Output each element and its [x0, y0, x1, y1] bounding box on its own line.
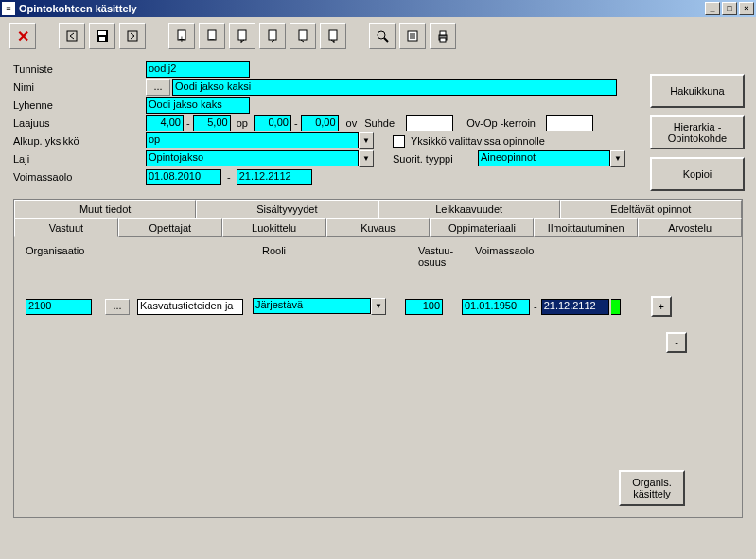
osuus-input[interactable]: 100	[405, 299, 443, 315]
org-name-input[interactable]: Kasvatustieteiden ja	[137, 299, 243, 315]
org-row: 2100 ... Kasvatustieteiden ja Järjestävä…	[26, 296, 730, 317]
tab-sisaltyvyydet[interactable]: Sisältyvyydet	[196, 200, 378, 218]
toolbar: ✕ + −	[0, 17, 756, 55]
svg-rect-9	[238, 30, 246, 40]
search-button[interactable]	[369, 23, 396, 49]
tab-muut-tiedot[interactable]: Muut tiedot	[14, 200, 196, 218]
svg-rect-2	[98, 31, 106, 35]
doc-last-button[interactable]	[320, 23, 346, 49]
kopioi-button[interactable]: Kopioi	[650, 157, 745, 191]
status-indicator	[611, 299, 621, 315]
suorit-label: Suorit. tyyppi	[393, 153, 478, 165]
close-window-button[interactable]: ×	[739, 2, 754, 15]
nimi-input[interactable]: Oodi jakso kaksi	[172, 79, 617, 96]
tab-arvostelu[interactable]: Arvostelu	[638, 218, 742, 237]
doc-minus-button[interactable]: −	[199, 23, 225, 49]
svg-rect-20	[440, 31, 446, 35]
tab-kuvaus[interactable]: Kuvaus	[326, 218, 431, 237]
laajuus-min-input[interactable]: 4,00	[146, 115, 184, 131]
doc-plus-button[interactable]: +	[168, 23, 195, 49]
laajuus-max-input[interactable]: 5,00	[193, 115, 231, 131]
row-from-input[interactable]: 01.01.1950	[462, 299, 530, 315]
tab-vastuut[interactable]: Vastuut	[14, 218, 118, 237]
laji-label: Laji	[13, 153, 146, 165]
rooli-select[interactable]: Järjestävä	[253, 298, 371, 314]
tab-container: Muut tiedot Sisältyvyydet Leikkaavuudet …	[13, 199, 743, 518]
tunniste-input[interactable]: oodij2	[146, 61, 250, 78]
tab-opettajat[interactable]: Opettajat	[118, 218, 222, 237]
yksikko-checkbox[interactable]	[393, 135, 405, 148]
row-to-input[interactable]: 21.12.2112	[541, 299, 609, 315]
svg-rect-3	[99, 37, 105, 41]
doc-next-button[interactable]	[290, 23, 316, 49]
org-code-input[interactable]: 2100	[26, 299, 92, 315]
col-vastuu: Vastuu-osuus	[418, 245, 475, 268]
nimi-browse-button[interactable]: ...	[146, 79, 170, 96]
laajuus-v1-input[interactable]: 0,00	[254, 115, 291, 131]
tab-luokittelu[interactable]: Luokittelu	[222, 218, 326, 237]
tab-leikkaavuudet[interactable]: Leikkaavuudet	[378, 200, 560, 218]
ovop-input[interactable]	[546, 115, 593, 131]
list-button[interactable]	[399, 23, 426, 49]
chevron-down-icon[interactable]: ▼	[610, 150, 625, 167]
add-row-button[interactable]: +	[651, 296, 672, 317]
nav-prev-button[interactable]	[59, 23, 85, 49]
organis-kasittely-button[interactable]: Organis. käsittely	[619, 470, 685, 506]
cancel-button[interactable]: ✕	[9, 23, 36, 49]
title-bar: ≡ Opintokohteen käsittely _ □ ×	[0, 0, 756, 17]
chevron-down-icon[interactable]: ▼	[359, 150, 374, 167]
svg-rect-10	[269, 30, 276, 40]
nav-next-button[interactable]	[119, 23, 146, 49]
laajuus-v2-input[interactable]: 0,00	[301, 115, 339, 131]
voimassa-label: Voimassaolo	[13, 171, 146, 183]
org-browse-button[interactable]: ...	[105, 299, 130, 315]
svg-rect-11	[299, 30, 307, 40]
lyhenne-label: Lyhenne	[13, 99, 146, 111]
laajuus-unit-label: op	[231, 117, 254, 129]
svg-rect-21	[440, 38, 446, 42]
print-button[interactable]	[430, 23, 456, 49]
svg-rect-12	[329, 30, 337, 40]
save-button[interactable]	[89, 23, 115, 49]
col-rooli: Rooli	[262, 245, 418, 268]
yksikko-checkbox-label: Yksikkö valittavissa opinnolle	[411, 135, 545, 147]
col-organisaatio: Organisaatio	[26, 245, 262, 268]
maximize-button[interactable]: □	[722, 2, 737, 15]
svg-text:+: +	[179, 33, 185, 43]
remove-row-button[interactable]: -	[666, 332, 687, 353]
app-icon: ≡	[2, 2, 15, 15]
tab-ilmoittautuminen[interactable]: Ilmoittautuminen	[534, 218, 638, 237]
hakuikkuna-button[interactable]: Hakuikkuna	[650, 74, 745, 108]
suhde-label: Suhde	[364, 117, 406, 129]
window-title: Opintokohteen käsittely	[19, 3, 705, 14]
svg-text:−: −	[209, 33, 215, 43]
svg-rect-4	[128, 31, 137, 41]
chevron-down-icon[interactable]: ▼	[359, 132, 374, 149]
svg-point-13	[378, 31, 385, 39]
tunniste-label: Tunniste	[13, 63, 146, 75]
laajuus-label: Laajuus	[13, 117, 146, 129]
voimassa-from-input[interactable]: 01.08.2010	[146, 169, 221, 185]
laji-select[interactable]: Opintojakso	[146, 150, 359, 166]
svg-rect-0	[67, 31, 77, 41]
col-voimassaolo: Voimassaolo	[475, 245, 534, 268]
doc-prev-button[interactable]	[259, 23, 286, 49]
doc-first-button[interactable]	[229, 23, 255, 49]
hierarkia-button[interactable]: Hierarkia - Opintokohde	[650, 115, 745, 149]
ovop-label: Ov-Op -kerroin	[453, 117, 546, 129]
suorit-select[interactable]: Aineopinnot	[478, 150, 610, 166]
lyhenne-input[interactable]: Oodi jakso kaks	[146, 97, 250, 114]
alkup-label: Alkup. yksikkö	[13, 135, 146, 147]
nimi-label: Nimi	[13, 81, 146, 93]
svg-line-14	[384, 38, 388, 42]
voimassa-to-input[interactable]: 21.12.2112	[237, 169, 312, 185]
tab-edeltavat[interactable]: Edeltävät opinnot	[560, 200, 742, 218]
alkup-select[interactable]: op	[146, 132, 359, 148]
suhde-input[interactable]	[406, 115, 453, 131]
laajuus-unit2-label: ov	[339, 117, 365, 129]
minimize-button[interactable]: _	[705, 2, 720, 15]
tab-oppimateriaali[interactable]: Oppimateriaali	[430, 218, 534, 237]
chevron-down-icon[interactable]: ▼	[371, 298, 386, 315]
